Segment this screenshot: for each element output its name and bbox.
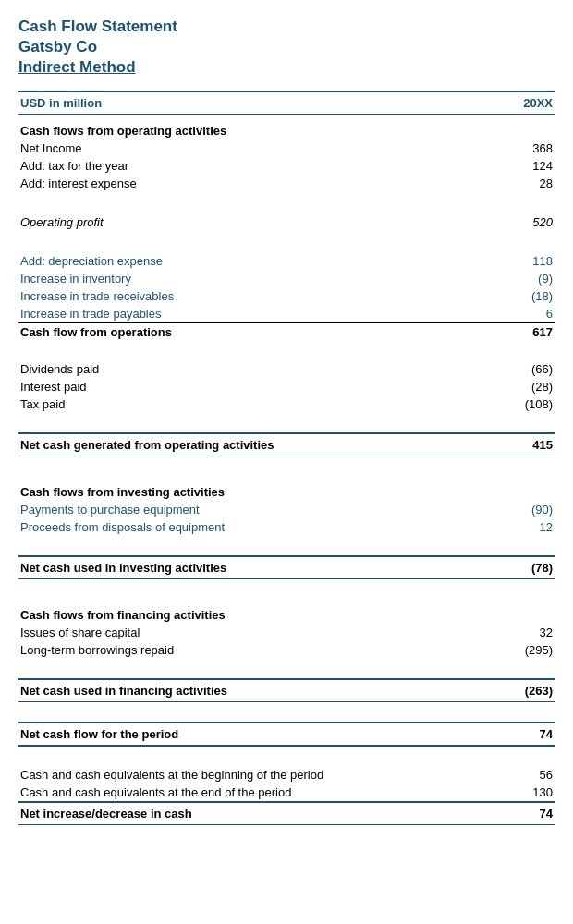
row-label: Cash and cash equivalents at the end of … — [18, 784, 481, 802]
row-label: Dividends paid — [18, 360, 481, 378]
row-label: Proceeds from disposals of equipment — [18, 518, 481, 536]
row-value: 124 — [481, 157, 555, 175]
row-label: Long-term borrowings repaid — [18, 641, 481, 659]
row-label: Add: interest expense — [18, 175, 481, 192]
table-header-row: USD in million 20XX — [18, 91, 555, 115]
row-label: Cash flow from operations — [18, 323, 481, 342]
page-title: Cash Flow Statement — [18, 17, 555, 37]
header: Cash Flow Statement Gatsby Co Indirect M… — [18, 17, 555, 78]
cash-flow-table: USD in million 20XX Cash flows from oper… — [18, 91, 555, 825]
spacer-row — [18, 659, 555, 679]
spacer-row — [18, 702, 555, 723]
table-row: Cash and cash equivalents at the beginni… — [18, 766, 555, 784]
table-row: Net increase/decrease in cash74 — [18, 802, 555, 825]
table-row: Cash flows from financing activities — [18, 599, 555, 624]
spacer-row — [18, 192, 555, 212]
row-label: Add: depreciation expense — [18, 252, 481, 270]
table-row: Cash flow from operations617 — [18, 323, 555, 342]
table-row: Proceeds from disposals of equipment12 — [18, 518, 555, 536]
row-value: (18) — [481, 287, 555, 305]
row-value — [481, 476, 555, 501]
row-value: 6 — [481, 305, 555, 323]
row-value: 520 — [481, 212, 555, 233]
table-row: Net cash flow for the period74 — [18, 723, 555, 746]
year-column-header: 20XX — [481, 91, 555, 115]
row-value — [481, 115, 555, 140]
table-row: Add: tax for the year124 — [18, 157, 555, 175]
row-value: 32 — [481, 624, 555, 641]
row-value: 368 — [481, 140, 555, 157]
row-value: 56 — [481, 766, 555, 784]
row-label: Tax paid — [18, 395, 481, 413]
spacer-row — [18, 536, 555, 556]
row-value: 28 — [481, 175, 555, 192]
row-label: Net cash used in financing activities — [18, 679, 481, 702]
row-value: 617 — [481, 323, 555, 342]
table-row: Cash flows from operating activities — [18, 115, 555, 140]
row-label: Cash flows from operating activities — [18, 115, 481, 140]
row-label: Net cash flow for the period — [18, 723, 481, 746]
company-name: Gatsby Co — [18, 37, 555, 57]
table-row: Operating profit520 — [18, 212, 555, 233]
table-row: Increase in inventory(9) — [18, 270, 555, 287]
row-label: Net Income — [18, 140, 481, 157]
row-value: (78) — [481, 556, 555, 579]
table-row: Cash and cash equivalents at the end of … — [18, 784, 555, 802]
row-value: 74 — [481, 802, 555, 825]
spacer-row — [18, 746, 555, 766]
row-label: Issues of share capital — [18, 624, 481, 641]
table-row: Net Income368 — [18, 140, 555, 157]
row-value: 415 — [481, 433, 555, 456]
table-row: Payments to purchase equipment(90) — [18, 501, 555, 518]
row-value: 118 — [481, 252, 555, 270]
row-value: 130 — [481, 784, 555, 802]
row-label: Increase in inventory — [18, 270, 481, 287]
table-row: Cash flows from investing activities — [18, 476, 555, 501]
row-value: (90) — [481, 501, 555, 518]
row-value — [481, 599, 555, 624]
label-column-header: USD in million — [18, 91, 481, 115]
table-row: Net cash generated from operating activi… — [18, 433, 555, 456]
table-row: Interest paid(28) — [18, 378, 555, 395]
row-value: 74 — [481, 723, 555, 746]
table-row: Net cash used in investing activities(78… — [18, 556, 555, 579]
row-value: (66) — [481, 360, 555, 378]
table-row: Tax paid(108) — [18, 395, 555, 413]
method-label: Indirect Method — [18, 57, 555, 78]
table-row: Issues of share capital32 — [18, 624, 555, 641]
row-value: (9) — [481, 270, 555, 287]
row-label: Cash and cash equivalents at the beginni… — [18, 766, 481, 784]
table-row: Net cash used in financing activities(26… — [18, 679, 555, 702]
row-label: Cash flows from investing activities — [18, 476, 481, 501]
row-label: Net cash generated from operating activi… — [18, 433, 481, 456]
row-label: Increase in trade payables — [18, 305, 481, 323]
table-row: Long-term borrowings repaid(295) — [18, 641, 555, 659]
table-row: Increase in trade receivables(18) — [18, 287, 555, 305]
row-label: Add: tax for the year — [18, 157, 481, 175]
row-label: Cash flows from financing activities — [18, 599, 481, 624]
spacer-row — [18, 456, 555, 477]
row-label: Operating profit — [18, 212, 481, 233]
row-label: Net cash used in investing activities — [18, 556, 481, 579]
row-label: Net increase/decrease in cash — [18, 802, 481, 825]
spacer-row — [18, 579, 555, 600]
spacer-row — [18, 233, 555, 252]
row-label: Increase in trade receivables — [18, 287, 481, 305]
spacer-row — [18, 413, 555, 433]
table-row: Increase in trade payables6 — [18, 305, 555, 323]
row-value: (295) — [481, 641, 555, 659]
row-value: (108) — [481, 395, 555, 413]
row-value: 12 — [481, 518, 555, 536]
row-value: (263) — [481, 679, 555, 702]
table-row: Dividends paid(66) — [18, 360, 555, 378]
table-row: Add: depreciation expense118 — [18, 252, 555, 270]
row-label: Payments to purchase equipment — [18, 501, 481, 518]
table-row: Add: interest expense28 — [18, 175, 555, 192]
row-value: (28) — [481, 378, 555, 395]
row-label: Interest paid — [18, 378, 481, 395]
spacer-row — [18, 341, 555, 360]
